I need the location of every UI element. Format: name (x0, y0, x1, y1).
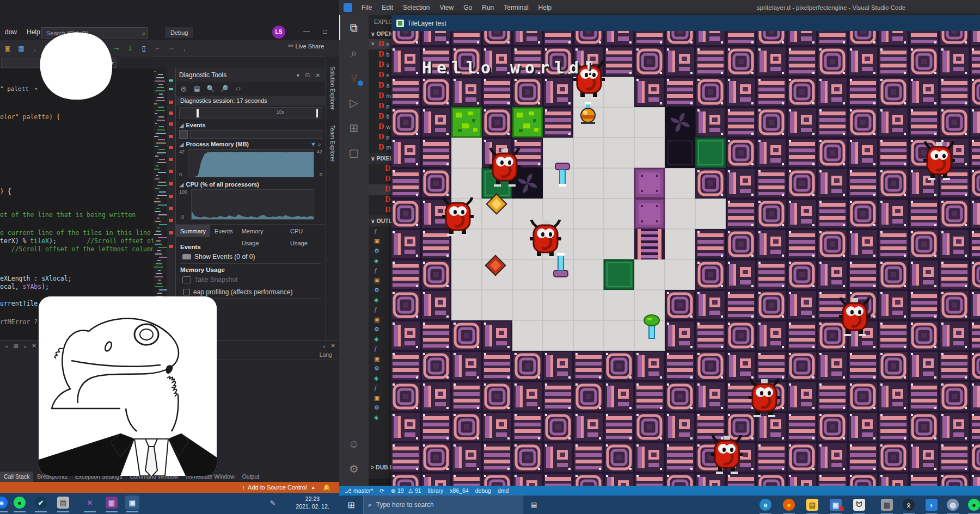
timeline-cursor-right[interactable] (316, 109, 318, 117)
status-library[interactable]: library (428, 487, 444, 494)
taskbar-icon-active-window[interactable]: ▣ (125, 496, 139, 510)
taskbar-icon-mail-badge[interactable]: ▣ (829, 498, 843, 512)
run-debug-icon[interactable]: ▷ (339, 90, 369, 115)
pen-icon[interactable]: ✎ (270, 499, 275, 507)
vs-toolbar-icon-2[interactable]: , (29, 42, 41, 54)
explorer-icon[interactable]: ⧉ (339, 15, 369, 40)
settings-gear-icon[interactable]: ⚙ (339, 456, 369, 481)
vs-account-avatar[interactable]: LS (272, 26, 285, 39)
bell-icon[interactable]: 🔔 (323, 484, 330, 491)
callstack-lang-column[interactable]: Lang (320, 351, 332, 358)
vscode-menu-selection[interactable]: Selection (398, 0, 434, 15)
source-control-icon[interactable]: ⑂ (339, 65, 369, 90)
status-compiler[interactable]: dmd (498, 487, 509, 494)
taskbar-icon-purple-app[interactable]: ▥ (105, 496, 119, 510)
panel-icon-0[interactable]: ⌄ (322, 343, 326, 349)
search-icon[interactable]: ⌕ (339, 40, 369, 65)
panel-icon-0[interactable]: ⌄ (4, 343, 9, 349)
game-titlebar[interactable]: TileLayer test (391, 15, 980, 31)
tab-team-explorer[interactable]: Team Explorer (329, 120, 336, 168)
panel-icon-3[interactable]: ✕ (32, 343, 36, 349)
taskbar-icon-spotify[interactable]: ● (967, 498, 980, 512)
timeline-cursor-left[interactable] (197, 109, 199, 117)
panel-header-icons[interactable]: ▾ ⊡ ✕ (297, 72, 322, 78)
maximize-button[interactable]: □ (317, 26, 333, 38)
diag-tab-events[interactable]: Events (210, 225, 237, 237)
panel-icon-2[interactable]: ⌄ (23, 343, 27, 349)
vs-toolbar-icon-13[interactable]: , (179, 42, 191, 54)
filter-funnel-icon[interactable]: ▼ (310, 141, 316, 147)
diag-tool-4[interactable]: ▱ (232, 83, 244, 95)
panel-icon-1[interactable]: ✕ (331, 343, 335, 349)
vs-toolbar-icon-8[interactable]: ⭢ (111, 42, 122, 54)
taskbar-icon-globe-app[interactable]: ◍ (946, 498, 960, 512)
vs-bottom-tab-call-stack[interactable]: Call Stack (0, 472, 33, 482)
show-events-link[interactable]: Show Events (0 of 0) (194, 253, 255, 261)
taskbar-icon-gitkraken[interactable]: ᛟ (902, 498, 916, 512)
taskbar-icon-notes-app[interactable]: ▤ (56, 496, 70, 510)
vscode-menu-file[interactable]: File (357, 0, 377, 15)
diag-tool-0[interactable]: ◎ (177, 83, 189, 95)
vscode-menu-run[interactable]: Run (477, 0, 499, 15)
diag-timeline[interactable]: 10s (179, 107, 322, 119)
problems-item[interactable]: ⊗ 19 ⚠ 91 (391, 487, 421, 494)
take-snapshot-button[interactable]: Take Snapshot (194, 276, 237, 283)
sync-icon[interactable]: ⟳ (379, 487, 384, 494)
taskbar-icon-gimp[interactable]: ▦ (880, 498, 894, 512)
diag-tool-2[interactable]: 🔍 (205, 83, 217, 95)
game-viewport[interactable] (391, 31, 980, 490)
taskbar-icon-spotify[interactable]: ● (13, 496, 27, 510)
collapse-arrow-icon[interactable]: ◢ (179, 122, 183, 129)
game-title: TileLayer test (407, 20, 446, 27)
dropdown-arrow-icon[interactable]: ▲ (311, 485, 315, 490)
vs-toolbar-icon-12[interactable]: ¬ (165, 42, 177, 54)
taskbar-icon-edge[interactable]: e (758, 498, 773, 512)
diag-tool-1[interactable]: ▤ (191, 83, 203, 95)
git-branch-item[interactable]: ⎇ master* (345, 487, 373, 494)
minimap-line (156, 208, 160, 209)
vscode-menu-edit[interactable]: Edit (377, 0, 398, 15)
vs-menu-dow[interactable]: dow (0, 24, 22, 40)
status-buildtype[interactable]: debug (475, 487, 491, 494)
taskbar-icon-vscode[interactable]: ◗ (924, 498, 939, 512)
start-button[interactable]: ⊞ (339, 496, 363, 514)
taskbar-icon-firefox[interactable]: ● (782, 498, 796, 512)
live-share-button[interactable]: ⚯ Live Share (288, 42, 324, 49)
remote-icon[interactable]: ▢ (339, 140, 369, 165)
vs-toolbar-icon-11[interactable]: ⌐ (151, 42, 163, 54)
vs-toolbar-icon-9[interactable]: ⭣ (124, 42, 136, 54)
taskbar-icon-edge-partial[interactable]: e (0, 496, 9, 510)
heap-checkbox[interactable] (183, 289, 190, 295)
diag-tab-memory-usage[interactable]: Memory Usage (237, 225, 286, 237)
breakpoint-mark (169, 245, 173, 248)
vs-toolbar-icon-10[interactable]: ▯ (138, 42, 150, 54)
taskbar-search[interactable]: ⌕ Type here to search (363, 495, 523, 514)
vscode-menu-view[interactable]: View (434, 0, 458, 15)
status-arch[interactable]: x86_64 (450, 487, 468, 494)
panel-icon-1[interactable]: ▥ (13, 343, 18, 349)
minimap-line (155, 211, 161, 212)
magnifier-icon[interactable]: ⌕ (318, 141, 321, 147)
vs-toolbar-icon-1[interactable]: ▦ (15, 42, 27, 54)
taskbar-icon-white-fox[interactable]: ᗢ (852, 498, 866, 512)
account-icon[interactable]: ☺ (339, 431, 369, 456)
taskbar-icon-onedrive-check[interactable]: ✔ (34, 496, 48, 510)
diag-tab-cpu-usage[interactable]: CPU Usage (286, 225, 326, 237)
taskbar-clock[interactable]: 22:23 2021. 02. 12. (287, 495, 338, 510)
task-view-icon[interactable]: ▤ (523, 496, 545, 514)
vscode-menu-terminal[interactable]: Terminal (499, 0, 533, 15)
taskbar-icon-file-explorer[interactable]: ▤ (805, 498, 819, 512)
vs-toolbar-icon-0[interactable]: ▣ (2, 42, 14, 54)
taskbar-icon-visual-studio[interactable]: ✕ (83, 496, 97, 510)
vscode-menu-help[interactable]: Help (534, 0, 557, 15)
vscode-menu-go[interactable]: Go (458, 0, 477, 15)
diag-tool-3[interactable]: 🔎 (218, 83, 230, 95)
vs-bottom-tab-output[interactable]: Output (238, 472, 264, 482)
minimap-line (156, 240, 161, 241)
tab-solution-explorer[interactable]: Solution Explorer (329, 61, 336, 115)
add-to-source-control-button[interactable]: Add to Source Control (248, 484, 307, 491)
vs-debug-target[interactable]: Debug (165, 27, 193, 38)
minimize-button[interactable]: — (298, 26, 315, 38)
diag-tab-summary[interactable]: Summary (176, 225, 210, 237)
extensions-icon[interactable]: ⊞ (339, 115, 369, 140)
